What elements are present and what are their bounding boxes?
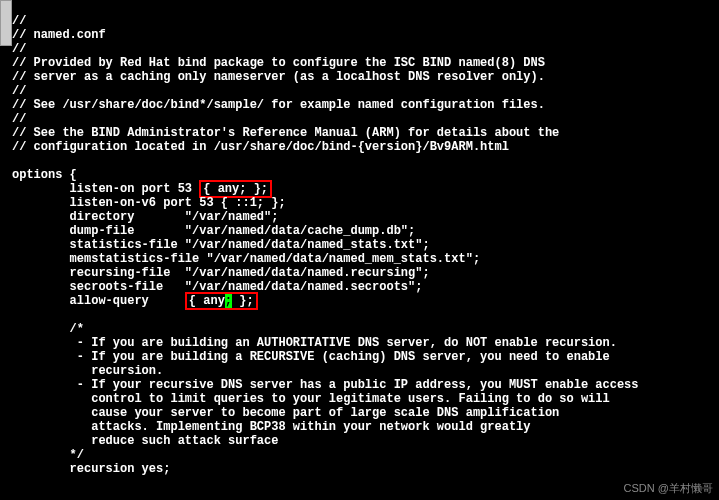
doc-close: */ (12, 448, 84, 462)
allow-text-a: { any (189, 294, 225, 308)
doc-line: - If your recursive DNS server has a pub… (12, 378, 639, 392)
option-listen-on: listen-on port 53 (12, 182, 199, 196)
comment-line: // (12, 84, 26, 98)
doc-line: reduce such attack surface (12, 434, 278, 448)
comment-line: // named.conf (12, 28, 106, 42)
option-dump-file: dump-file "/var/named/data/cache_dump.db… (12, 224, 415, 238)
doc-open: /* (12, 322, 84, 336)
options-open: options { (12, 168, 77, 182)
doc-line: cause your server to become part of larg… (12, 406, 559, 420)
comment-line: // server as a caching only nameserver (… (12, 70, 545, 84)
comment-line: // See /usr/share/doc/bind*/sample/ for … (12, 98, 545, 112)
doc-line: - If you are building an AUTHORITATIVE D… (12, 336, 617, 350)
option-recursing-file: recursing-file "/var/named/data/named.re… (12, 266, 430, 280)
doc-line: recursion. (12, 364, 163, 378)
watermark: CSDN @羊村懒哥 (624, 481, 713, 496)
doc-line: attacks. Implementing BCP38 within your … (12, 420, 530, 434)
option-recursion: recursion yes; (12, 462, 170, 476)
comment-line: // (12, 14, 26, 28)
comment-line: // (12, 112, 26, 126)
doc-line: - If you are building a RECURSIVE (cachi… (12, 350, 610, 364)
comment-line: // Provided by Red Hat bind package to c… (12, 56, 545, 70)
option-listen-on-v6: listen-on-v6 port 53 { ::1; }; (12, 196, 286, 210)
option-statistics-file: statistics-file "/var/named/data/named_s… (12, 238, 430, 252)
comment-line: // See the BIND Administrator's Referenc… (12, 126, 559, 140)
option-directory: directory "/var/named"; (12, 210, 278, 224)
doc-line: control to limit queries to your legitim… (12, 392, 610, 406)
allow-text-b: }; (232, 294, 254, 308)
option-allow-query: allow-query (12, 294, 185, 308)
scroll-gutter[interactable] (0, 0, 12, 46)
terminal-editor[interactable]: // // named.conf // // Provided by Red H… (12, 0, 719, 500)
comment-line: // configuration located in /usr/share/d… (12, 140, 509, 154)
highlight-any-2: { any; }; (185, 292, 258, 310)
comment-line: // (12, 42, 26, 56)
option-memstatistics-file: memstatistics-file "/var/named/data/name… (12, 252, 480, 266)
cursor: ; (225, 294, 232, 308)
